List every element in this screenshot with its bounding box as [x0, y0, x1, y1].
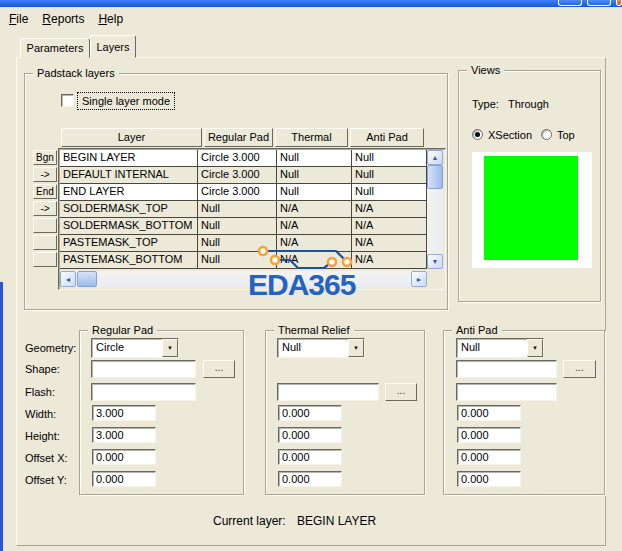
xsection-radio[interactable] — [472, 129, 483, 140]
single-layer-mode-label[interactable]: Single layer mode — [78, 93, 174, 109]
top-radio[interactable] — [541, 129, 552, 140]
layer-table-row[interactable]: PASTEMASK_TOPNullN/AN/A — [60, 235, 427, 252]
layer-table-row[interactable]: BEGIN LAYERCircle 3.000NullNull — [60, 150, 427, 167]
vertical-scrollbar-thumb[interactable] — [427, 165, 443, 189]
scroll-up-icon[interactable]: ▲ — [427, 150, 443, 165]
horizontal-scrollbar-thumb[interactable] — [77, 271, 97, 287]
row-select-button[interactable] — [33, 218, 57, 233]
background-window-edge — [0, 282, 3, 551]
column-header-anti-pad[interactable]: Anti Pad — [350, 128, 424, 147]
via-icon — [259, 247, 267, 255]
pad-preview-canvas — [472, 152, 592, 268]
layer-table-row[interactable]: END LAYERCircle 3.000NullNull — [60, 184, 427, 201]
thermal-relief-offset-y-input[interactable] — [278, 471, 342, 487]
layer-table-cell: SOLDERMASK_BOTTOM — [60, 218, 198, 235]
minimize-button[interactable] — [558, 0, 582, 6]
layer-table-row[interactable]: SOLDERMASK_BOTTOMNullN/AN/A — [60, 218, 427, 235]
geometry-label: Geometry: — [25, 341, 76, 355]
layer-table-row[interactable]: SOLDERMASK_TOPNullN/AN/A — [60, 201, 427, 218]
close-button[interactable] — [616, 0, 622, 6]
row-select-button[interactable]: -> — [33, 201, 57, 216]
single-layer-mode-checkbox[interactable] — [61, 94, 74, 107]
thermal-relief-flash-browse-button[interactable]: ... — [385, 383, 417, 401]
layer-table-cell: Circle 3.000 — [198, 184, 277, 201]
thermal-relief-flash-input[interactable] — [277, 383, 379, 401]
anti-pad-height-input[interactable] — [457, 427, 521, 443]
anti-pad-flash-input[interactable] — [456, 383, 557, 401]
scroll-right-icon[interactable]: ► — [411, 271, 427, 287]
xsection-radio-label[interactable]: XSection — [488, 128, 532, 142]
thermal-relief-group-label: Thermal Relief — [274, 323, 354, 337]
layer-table-cell: N/A — [352, 218, 427, 235]
vertical-scrollbar[interactable]: ▲ ▼ — [427, 150, 443, 269]
anti-pad-shape-browse-button[interactable]: ... — [563, 360, 596, 378]
regular-pad-geometry-dropdown[interactable]: Circle ▼ — [91, 338, 179, 358]
anti-pad-width-input[interactable] — [457, 405, 521, 421]
layer-table-cell: SOLDERMASK_TOP — [60, 201, 198, 218]
anti-pad-geometry-value: Null — [457, 339, 527, 357]
layer-table-cell: BEGIN LAYER — [60, 150, 198, 167]
width-label: Width: — [25, 407, 56, 421]
layer-table-cell: Null — [352, 167, 427, 184]
layer-table-cell: Null — [352, 150, 427, 167]
anti-pad-offset-x-input[interactable] — [457, 449, 521, 465]
regular-pad-width-input[interactable] — [92, 405, 156, 421]
window-titlebar[interactable] — [0, 0, 622, 7]
offset-x-label: Offset X: — [25, 451, 68, 465]
pad-preview-shape — [484, 156, 578, 260]
layer-table: BEGIN LAYERCircle 3.000NullNullDEFAULT I… — [60, 150, 427, 269]
horizontal-scrollbar[interactable]: ◄ ► — [60, 271, 427, 287]
maximize-button[interactable] — [587, 0, 611, 6]
row-select-button[interactable]: End — [33, 184, 57, 199]
layer-table-cell: Null — [352, 184, 427, 201]
layer-table-cell: Circle 3.000 — [198, 167, 277, 184]
layer-table-cell: Null — [277, 184, 352, 201]
chevron-down-icon[interactable]: ▼ — [348, 339, 364, 357]
row-select-button[interactable]: Bgn — [33, 150, 57, 165]
regular-pad-flash-input[interactable] — [91, 383, 196, 401]
anti-pad-offset-y-input[interactable] — [457, 471, 521, 487]
column-header-regular-pad[interactable]: Regular Pad — [204, 128, 273, 147]
regular-pad-shape-browse-button[interactable]: ... — [203, 360, 235, 378]
chevron-down-icon[interactable]: ▼ — [162, 339, 178, 357]
regular-pad-offset-y-input[interactable] — [92, 471, 156, 487]
chevron-down-icon[interactable]: ▼ — [527, 339, 543, 357]
menu-reports[interactable]: Reports — [42, 12, 84, 26]
regular-pad-offset-x-input[interactable] — [92, 449, 156, 465]
menu-file[interactable]: File — [9, 12, 28, 26]
tab-layers[interactable]: Layers — [90, 35, 136, 58]
tab-parameters[interactable]: Parameters — [20, 38, 90, 58]
scroll-down-icon[interactable]: ▼ — [427, 254, 443, 269]
scroll-left-icon[interactable]: ◄ — [60, 271, 76, 287]
regular-pad-shape-input[interactable] — [91, 360, 196, 378]
type-label: Type: — [472, 97, 499, 111]
layer-table-cell: N/A — [352, 201, 427, 218]
thermal-relief-geometry-dropdown[interactable]: Null ▼ — [277, 338, 365, 358]
layer-table-cell: Null — [198, 201, 277, 218]
type-value: Through — [508, 97, 549, 111]
row-select-button[interactable]: -> — [33, 167, 57, 182]
layer-table-row[interactable]: PASTEMASK_BOTTOMNullN/AN/A — [60, 252, 427, 269]
top-radio-label[interactable]: Top — [557, 128, 575, 142]
layer-table-cell: Null — [277, 150, 352, 167]
anti-pad-geometry-dropdown[interactable]: Null ▼ — [456, 338, 544, 358]
layer-table-cell: N/A — [352, 252, 427, 269]
height-label: Height: — [25, 429, 60, 443]
row-select-button[interactable] — [33, 235, 57, 250]
menu-help[interactable]: Help — [98, 12, 123, 26]
layer-table-cell: Circle 3.000 — [198, 150, 277, 167]
column-header-thermal-relief[interactable]: Thermal Relief — [275, 128, 348, 147]
thermal-relief-offset-x-input[interactable] — [278, 449, 342, 465]
regular-pad-height-input[interactable] — [92, 427, 156, 443]
anti-pad-group-label: Anti Pad — [452, 323, 502, 337]
layer-table-cell: Null — [198, 218, 277, 235]
offset-y-label: Offset Y: — [25, 473, 67, 487]
anti-pad-shape-input[interactable] — [456, 360, 557, 378]
column-header-layer[interactable]: Layer — [61, 128, 202, 147]
thermal-relief-height-input[interactable] — [278, 427, 342, 443]
layer-table-row[interactable]: DEFAULT INTERNALCircle 3.000NullNull — [60, 167, 427, 184]
thermal-relief-width-input[interactable] — [278, 405, 342, 421]
padstack-designer-dialog: File Reports Help Parameters Layers Pads… — [0, 0, 622, 551]
row-select-button[interactable] — [33, 252, 57, 267]
current-layer-value: BEGIN LAYER — [297, 514, 376, 528]
